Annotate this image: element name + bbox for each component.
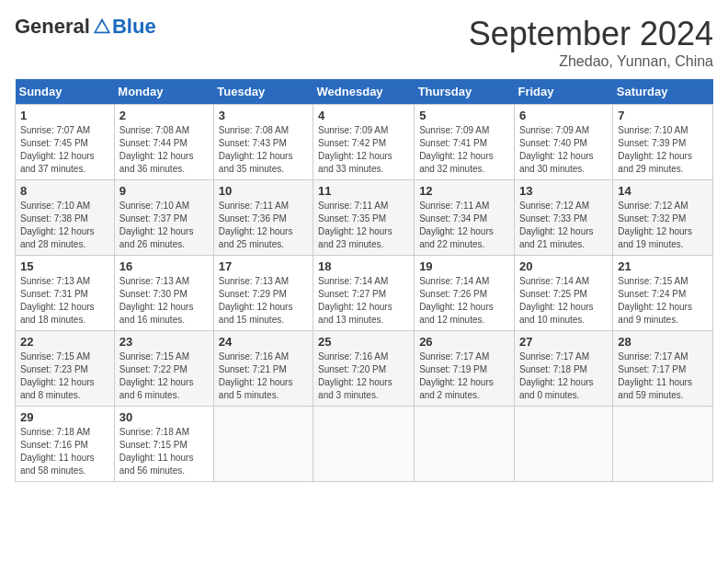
day-number: 13 (519, 184, 608, 198)
calendar-cell: 6Sunrise: 7:09 AM Sunset: 7:40 PM Daylig… (514, 105, 612, 180)
calendar-cell (213, 407, 313, 482)
day-number: 16 (119, 259, 209, 273)
calendar-week-row: 29Sunrise: 7:18 AM Sunset: 7:16 PM Dayli… (16, 407, 713, 482)
day-info: Sunrise: 7:15 AM Sunset: 7:24 PM Dayligh… (618, 275, 708, 327)
weekday-header-wednesday: Wednesday (313, 79, 415, 105)
day-number: 2 (119, 109, 209, 122)
day-info: Sunrise: 7:14 AM Sunset: 7:25 PM Dayligh… (519, 275, 608, 327)
day-info: Sunrise: 7:12 AM Sunset: 7:33 PM Dayligh… (519, 200, 608, 251)
day-info: Sunrise: 7:08 AM Sunset: 7:43 PM Dayligh… (219, 124, 308, 176)
day-info: Sunrise: 7:10 AM Sunset: 7:37 PM Dayligh… (119, 200, 209, 251)
calendar-cell: 12Sunrise: 7:11 AM Sunset: 7:34 PM Dayli… (415, 180, 515, 256)
calendar-cell (613, 407, 713, 482)
calendar-cell: 27Sunrise: 7:17 AM Sunset: 7:18 PM Dayli… (514, 331, 612, 407)
calendar-cell: 26Sunrise: 7:17 AM Sunset: 7:19 PM Dayli… (415, 331, 515, 407)
day-number: 12 (419, 184, 509, 198)
calendar-cell: 15Sunrise: 7:13 AM Sunset: 7:31 PM Dayli… (16, 256, 115, 331)
day-number: 19 (419, 259, 509, 273)
day-number: 20 (519, 259, 608, 273)
day-info: Sunrise: 7:12 AM Sunset: 7:32 PM Dayligh… (618, 200, 708, 251)
weekday-header-tuesday: Tuesday (213, 79, 313, 105)
month-title: September 2024 (469, 15, 713, 53)
calendar-cell: 8Sunrise: 7:10 AM Sunset: 7:38 PM Daylig… (16, 180, 115, 256)
weekday-header-saturday: Saturday (613, 79, 713, 105)
weekday-header-friday: Friday (514, 79, 612, 105)
day-info: Sunrise: 7:16 AM Sunset: 7:21 PM Dayligh… (219, 350, 308, 402)
calendar-cell: 14Sunrise: 7:12 AM Sunset: 7:32 PM Dayli… (613, 180, 713, 256)
day-number: 4 (318, 109, 409, 122)
calendar-cell: 4Sunrise: 7:09 AM Sunset: 7:42 PM Daylig… (313, 105, 415, 180)
calendar-week-row: 1Sunrise: 7:07 AM Sunset: 7:45 PM Daylig… (16, 105, 713, 180)
calendar-cell: 21Sunrise: 7:15 AM Sunset: 7:24 PM Dayli… (613, 256, 713, 331)
calendar-cell: 20Sunrise: 7:14 AM Sunset: 7:25 PM Dayli… (514, 256, 612, 331)
logo-text: General Blue (15, 15, 156, 39)
day-info: Sunrise: 7:17 AM Sunset: 7:19 PM Dayligh… (419, 350, 509, 402)
day-info: Sunrise: 7:09 AM Sunset: 7:42 PM Dayligh… (318, 124, 409, 176)
calendar-cell (313, 407, 415, 482)
calendar-cell: 2Sunrise: 7:08 AM Sunset: 7:44 PM Daylig… (114, 105, 213, 180)
day-number: 3 (219, 109, 308, 122)
day-number: 10 (219, 184, 308, 198)
day-info: Sunrise: 7:13 AM Sunset: 7:29 PM Dayligh… (219, 275, 308, 327)
weekday-header-row: SundayMondayTuesdayWednesdayThursdayFrid… (16, 79, 713, 105)
day-number: 7 (618, 109, 708, 122)
calendar-cell: 29Sunrise: 7:18 AM Sunset: 7:16 PM Dayli… (16, 407, 115, 482)
day-info: Sunrise: 7:15 AM Sunset: 7:23 PM Dayligh… (20, 350, 109, 402)
calendar-cell: 7Sunrise: 7:10 AM Sunset: 7:39 PM Daylig… (613, 105, 713, 180)
weekday-header-sunday: Sunday (16, 79, 115, 105)
day-info: Sunrise: 7:10 AM Sunset: 7:38 PM Dayligh… (20, 200, 109, 251)
logo-blue-text: Blue (112, 15, 156, 39)
day-number: 22 (20, 335, 109, 349)
page-header: General Blue September 2024 Zhedao, Yunn… (15, 15, 713, 70)
day-number: 18 (318, 259, 409, 273)
day-info: Sunrise: 7:09 AM Sunset: 7:40 PM Dayligh… (519, 124, 608, 176)
calendar-cell (415, 407, 515, 482)
day-number: 24 (219, 335, 308, 349)
day-info: Sunrise: 7:18 AM Sunset: 7:15 PM Dayligh… (119, 426, 209, 477)
day-info: Sunrise: 7:10 AM Sunset: 7:39 PM Dayligh… (618, 124, 708, 176)
day-number: 9 (119, 184, 209, 198)
calendar-cell (514, 407, 612, 482)
day-info: Sunrise: 7:13 AM Sunset: 7:31 PM Dayligh… (20, 275, 109, 327)
day-info: Sunrise: 7:11 AM Sunset: 7:35 PM Dayligh… (318, 200, 409, 251)
day-info: Sunrise: 7:18 AM Sunset: 7:16 PM Dayligh… (20, 426, 109, 477)
day-info: Sunrise: 7:08 AM Sunset: 7:44 PM Dayligh… (119, 124, 209, 176)
calendar-cell: 28Sunrise: 7:17 AM Sunset: 7:17 PM Dayli… (613, 331, 713, 407)
calendar-cell: 22Sunrise: 7:15 AM Sunset: 7:23 PM Dayli… (16, 331, 115, 407)
calendar-cell: 23Sunrise: 7:15 AM Sunset: 7:22 PM Dayli… (114, 331, 213, 407)
calendar-cell: 5Sunrise: 7:09 AM Sunset: 7:41 PM Daylig… (415, 105, 515, 180)
location-title: Zhedao, Yunnan, China (469, 53, 713, 70)
calendar-week-row: 22Sunrise: 7:15 AM Sunset: 7:23 PM Dayli… (16, 331, 713, 407)
logo-general-text: General (15, 15, 90, 39)
day-number: 23 (119, 335, 209, 349)
title-block: September 2024 Zhedao, Yunnan, China (469, 15, 713, 70)
logo-icon (92, 17, 112, 37)
day-number: 26 (419, 335, 509, 349)
calendar-cell: 13Sunrise: 7:12 AM Sunset: 7:33 PM Dayli… (514, 180, 612, 256)
weekday-header-monday: Monday (114, 79, 213, 105)
day-info: Sunrise: 7:11 AM Sunset: 7:34 PM Dayligh… (419, 200, 509, 251)
weekday-header-thursday: Thursday (415, 79, 515, 105)
day-number: 27 (519, 335, 608, 349)
day-info: Sunrise: 7:13 AM Sunset: 7:30 PM Dayligh… (119, 275, 209, 327)
calendar-cell: 25Sunrise: 7:16 AM Sunset: 7:20 PM Dayli… (313, 331, 415, 407)
day-info: Sunrise: 7:17 AM Sunset: 7:18 PM Dayligh… (519, 350, 608, 402)
day-number: 21 (618, 259, 708, 273)
day-info: Sunrise: 7:16 AM Sunset: 7:20 PM Dayligh… (318, 350, 409, 402)
day-number: 15 (20, 259, 109, 273)
calendar-cell: 24Sunrise: 7:16 AM Sunset: 7:21 PM Dayli… (213, 331, 313, 407)
day-number: 30 (119, 410, 209, 424)
day-info: Sunrise: 7:07 AM Sunset: 7:45 PM Dayligh… (20, 124, 109, 176)
day-info: Sunrise: 7:14 AM Sunset: 7:26 PM Dayligh… (419, 275, 509, 327)
calendar-cell: 1Sunrise: 7:07 AM Sunset: 7:45 PM Daylig… (16, 105, 115, 180)
calendar-cell: 9Sunrise: 7:10 AM Sunset: 7:37 PM Daylig… (114, 180, 213, 256)
day-info: Sunrise: 7:11 AM Sunset: 7:36 PM Dayligh… (219, 200, 308, 251)
day-number: 17 (219, 259, 308, 273)
calendar-table: SundayMondayTuesdayWednesdayThursdayFrid… (15, 79, 713, 482)
day-number: 11 (318, 184, 409, 198)
day-number: 14 (618, 184, 708, 198)
day-number: 6 (519, 109, 608, 122)
day-number: 5 (419, 109, 509, 122)
calendar-cell: 10Sunrise: 7:11 AM Sunset: 7:36 PM Dayli… (213, 180, 313, 256)
calendar-cell: 19Sunrise: 7:14 AM Sunset: 7:26 PM Dayli… (415, 256, 515, 331)
